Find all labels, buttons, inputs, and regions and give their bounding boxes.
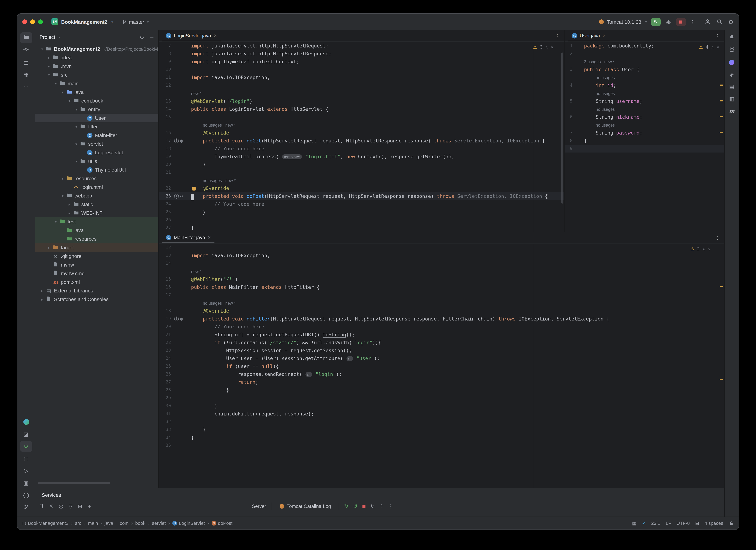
code-line[interactable]: no usages [565,73,724,81]
tool-build[interactable]: ◪ [20,429,32,440]
code-line[interactable]: 16 @Override [159,129,564,137]
run-config-selector[interactable]: Tomcat 10.1.23 [607,19,641,25]
tool-problems[interactable]: ! [20,490,32,501]
tree-item-pom-xml[interactable]: mpom.xml [35,278,158,286]
line-number[interactable]: 7 [159,43,172,48]
code-line[interactable]: 14 [159,260,724,267]
code-line[interactable]: 8} [565,137,724,145]
project-selector[interactable]: BookManagement2 [61,19,107,25]
inlay-hint[interactable]: new * [191,91,202,96]
inlay-hint[interactable]: 3 usages new * [584,60,615,64]
tree-item-entity[interactable]: ▾entity [35,105,158,114]
line-number[interactable]: 16 [159,284,172,289]
line-number[interactable]: 13 [159,253,172,258]
branch-selector[interactable]: master ∨ [122,19,150,25]
breadcrumb-item-dopost[interactable]: mdoPost [211,520,232,526]
line-number[interactable]: 8 [565,138,574,143]
tab-options-kebab[interactable]: ⋮ [715,235,724,241]
code-line[interactable]: 20 // Your code here [159,323,724,330]
code-line[interactable]: 23 HttpSession session = request.getSess… [159,346,724,354]
code-line[interactable]: 30 } [159,402,724,410]
line-number[interactable]: 25 [159,209,172,215]
tree-item-mvnw-cmd[interactable]: mvnw.cmd [35,269,158,278]
tree-item-user[interactable]: CUser [35,114,158,122]
code-line[interactable]: 32 [159,418,724,425]
code-line[interactable]: 17 [159,291,724,299]
line-number[interactable]: 13 [159,99,172,104]
code-line[interactable]: no usages new * [159,121,564,129]
rerun-button[interactable]: ↻ [344,503,348,509]
line-number[interactable]: 16 [159,130,172,135]
line-number[interactable]: 21 [159,332,172,337]
debug-button[interactable] [664,18,673,26]
line-number[interactable]: 20 [159,324,172,329]
tree-chevron-icon[interactable]: ▾ [59,90,66,94]
tree-chevron-icon[interactable]: ▾ [73,142,80,146]
warning-stripe-mark[interactable] [720,116,723,117]
code-line[interactable]: 14public class LoginServlet extends Http… [159,105,564,113]
tool-gradle[interactable]: ◈ [727,69,737,80]
tree-item-idea[interactable]: ▸.idea [35,53,158,62]
code-line[interactable]: 16public class MainFilter extends HttpFi… [159,283,724,291]
code-line[interactable]: 24 // Your code here [159,200,564,208]
next-warning-icon[interactable]: ∨ [708,247,711,251]
line-number[interactable]: 12 [159,245,172,250]
overrides-method-icon[interactable]: ↑ [174,316,179,321]
code-line[interactable]: 7 String password; [565,129,724,137]
line-number[interactable]: 33 [159,427,172,432]
sort-icon[interactable]: ⇅ [40,503,44,509]
tool-database[interactable] [727,45,737,55]
line-number[interactable]: 10 [159,67,172,72]
inspections-widget[interactable]: ⚠ 4 ∧ ∨ [699,45,719,50]
line-number[interactable]: 7 [565,130,574,135]
prev-warning-icon[interactable]: ∧ [703,247,705,251]
tree-item-resources[interactable]: resources [35,235,158,243]
line-number[interactable]: 22 [159,340,172,345]
next-warning-icon[interactable]: ∨ [717,45,719,49]
intention-bulb-icon[interactable] [192,187,196,191]
code-line[interactable]: 11import java.io.IOException; [159,73,564,81]
line-number[interactable]: 6 [565,114,574,119]
code-line[interactable]: 22 if (!url.contains("/static/") && !url… [159,338,724,346]
close-icon[interactable]: ✕ [603,33,606,38]
breadcrumb-item-main[interactable]: main [88,520,98,526]
gutter[interactable]: ↑@ [172,138,191,143]
project-panel-title[interactable]: Project [40,34,55,40]
tree-item-webapp[interactable]: ▾webapp [35,191,158,200]
tree-chevron-icon[interactable]: ▸ [46,56,52,60]
layout-icon[interactable]: ▦ [632,520,637,526]
code-line[interactable]: 27 return; [159,378,724,386]
line-number[interactable]: 3 [565,67,574,72]
minimize-window-button[interactable] [30,19,35,24]
overrides-method-icon[interactable]: ↑ [174,138,179,143]
tab-tomcat-catalina-log[interactable]: Tomcat Catalina Log [277,503,333,509]
rerun-debug-button[interactable]: ↺ [353,503,357,509]
line-number[interactable]: 27 [159,379,172,384]
tree-chevron-icon[interactable]: ▸ [39,297,45,301]
line-number[interactable]: 2 [565,51,574,56]
tool-dependencies[interactable]: ▤ [727,81,737,92]
tree-item-java[interactable]: java [35,226,158,235]
code-line[interactable]: 33 } [159,425,724,433]
tree-item-mainfilter[interactable]: CMainFilter [35,131,158,140]
close-icon[interactable]: ✕ [214,33,217,38]
restart-button[interactable]: ↻ [370,503,375,509]
code-line[interactable]: 27} [159,224,564,232]
line-number[interactable]: 19 [159,154,172,159]
tool-maven[interactable]: m [727,106,737,117]
inlay-hint[interactable]: no usages [596,91,615,96]
code-line[interactable]: 17↑@ protected void doGet(HttpServletReq… [159,137,564,145]
run-button[interactable]: ↻ [651,18,661,26]
gutter[interactable]: ↑@ [172,316,191,321]
tool-terminal[interactable]: ▣ [20,478,32,488]
tool-todo[interactable]: ▢ [20,453,32,464]
code-line[interactable]: 25 if (user == null){ [159,362,724,370]
warning-stripe-mark[interactable] [720,286,723,287]
line-number[interactable]: 31 [159,411,172,416]
line-number[interactable]: 32 [159,419,172,424]
line-number[interactable]: 8 [159,51,172,56]
breadcrumb-item-servlet[interactable]: servlet [152,520,166,526]
code-line[interactable]: 35 [159,441,724,449]
tool-run[interactable]: ▷ [20,465,32,476]
code-line[interactable]: no usages [565,105,724,113]
